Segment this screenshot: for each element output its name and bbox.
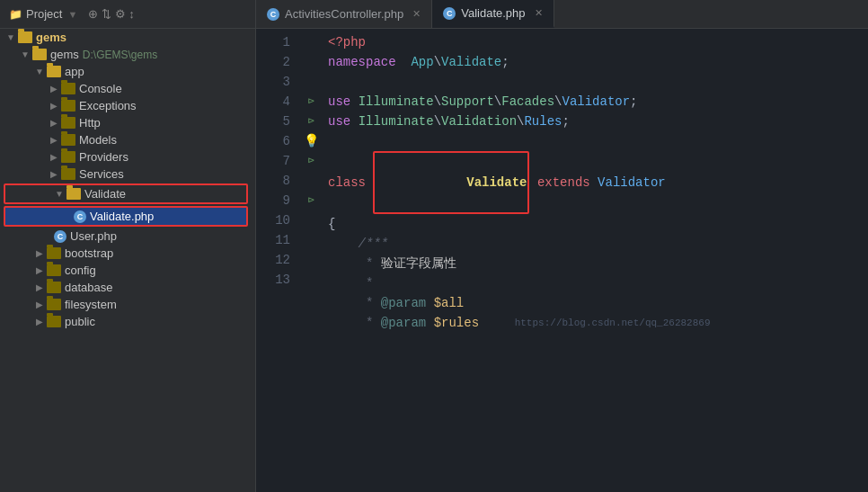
sidebar-item-app[interactable]: ▼ app [0,63,255,80]
tab-label-validate: Validate.php [461,6,525,20]
code-line-13: * @param $rules https://blog.csdn.net/qq… [328,313,868,333]
at-param-13: @param [381,313,426,333]
sidebar-label-console: Console [79,82,122,95]
tab-activities[interactable]: C ActivitiesController.php ✕ [256,0,432,28]
sidebar-label-app: app [65,65,84,78]
tab-label-activities: ActivitiesController.php [285,7,403,21]
editor-content: 1 2 3 4 5 6 7 8 9 10 11 12 13 ⊳ ⊳ [256,29,868,492]
sidebar-item-gems-dir[interactable]: ▼ gems D:\GEMS\gems [0,46,255,63]
folder-icon-config [47,264,61,276]
sidebar-path-gems: D:\GEMS\gems [83,49,157,61]
sidebar-item-console[interactable]: ▶ Console [0,80,255,97]
sidebar-label-bootstrap: bootstrap [65,246,113,260]
sidebar-item-services[interactable]: ▶ Services [0,165,255,183]
kw-namespace: namespace [328,52,396,72]
folder-icon-app [47,66,61,77]
sidebar-item-validate-file[interactable]: C Validate.php [4,206,248,227]
folder-icon-models [61,134,75,146]
sidebar-label-providers: Providers [79,150,128,164]
sidebar-item-config[interactable]: ▶ config [0,262,255,279]
ns-illuminate-validation: Illuminate [359,112,434,131]
sidebar-item-providers[interactable]: ▶ Providers [0,148,255,165]
comment-star-11: * [328,273,373,293]
at-param-12: @param [381,293,426,313]
param-all: $all [434,293,465,313]
project-label[interactable]: Project [26,7,62,21]
comment-star-12: * [328,293,381,313]
open-brace: { [328,214,335,234]
sidebar-item-validate-file-wrapper: C Validate.php [0,205,255,228]
sidebar-label-config: config [65,264,96,277]
toolbar-icons: ⊕ ⇅ ⚙ ↕ [88,7,134,21]
kw-use-1: use [328,92,350,112]
folder-icon-database [47,282,61,293]
php-open-tag: <?php [328,32,366,52]
sidebar-item-user-php[interactable]: C User.php [0,228,255,245]
class-validator: Validator [562,92,630,112]
folder-icon-services [61,168,75,180]
folder-icon-filesystem [47,299,61,310]
code-editor[interactable]: <?php namespace App \ Validate ; use [321,29,868,492]
sidebar-item-public[interactable]: ▶ public [0,313,255,330]
folder-icon-providers [61,151,75,163]
comment-open: /*** [328,234,388,254]
gutter: ⊳ ⊳ 💡 ⊳ ⊳ [301,29,321,492]
bulb-icon: 💡 [304,131,319,151]
code-line-12: * @param $all [328,293,868,313]
sidebar-item-validate-dir[interactable]: ▼ Validate [4,183,248,204]
sidebar-item-filesystem[interactable]: ▶ filesystem [0,296,255,313]
sidebar-panel: ▼ gems ▼ gems D:\GEMS\gems ▼ app ▶ Conso… [0,29,256,492]
tab-icon-activities: C [267,8,279,21]
file-icon-validate-php: C [74,210,86,223]
code-line-5: use Illuminate \ Validation \ Rules ; [328,112,868,131]
folder-icon-public [47,316,61,327]
tab-close-validate[interactable]: ✕ [535,7,543,19]
folder-icon-small: 📁 [9,8,22,21]
sidebar-label-models: Models [79,133,117,147]
kw-class: class [328,173,366,192]
kw-extends: extends [537,173,590,192]
tab-icon-validate: C [443,7,456,20]
ns-app: App [411,52,433,72]
code-line-10: * 验证字段属性 [328,254,868,273]
sidebar-label-services: Services [79,167,124,181]
tab-validate[interactable]: C Validate.php ✕ [432,0,554,28]
sidebar-item-models[interactable]: ▶ Models [0,131,255,148]
comment-star-10: * [328,254,381,273]
code-line-1: <?php [328,32,868,52]
parent-class-validator: Validator [598,173,666,192]
sidebar-label-filesystem: filesystem [65,298,117,311]
sidebar-label-public: public [65,315,95,328]
sidebar-label-database: database [65,281,113,294]
watermark-inline: https://blog.csdn.net/qq_26282869 [479,313,710,333]
folder-icon-console [61,83,75,94]
sidebar-label-validate-dir: Validate [84,187,126,201]
editor-panel: 1 2 3 4 5 6 7 8 9 10 11 12 13 ⊳ ⊳ [256,29,868,492]
sidebar-item-label-gems: gems [36,31,66,44]
code-line-11: * [328,273,868,293]
sidebar-item-exceptions[interactable]: ▶ Exceptions [0,97,255,114]
code-line-2: namespace App \ Validate ; [328,52,868,72]
folder-icon-gems [18,31,32,43]
sidebar-item-database[interactable]: ▶ database [0,279,255,296]
param-rules: $rules [434,313,479,333]
tab-close-activities[interactable]: ✕ [412,8,421,20]
comment-text-10: 验证字段属性 [381,254,456,273]
sidebar-item-bootstrap[interactable]: ▶ bootstrap [0,245,255,262]
code-line-8: { [328,214,868,234]
sidebar-label-exceptions: Exceptions [79,99,137,112]
comment-star-13: * [328,313,381,333]
kw-use-2: use [328,112,350,131]
folder-icon-validate [66,188,81,200]
sidebar-label-user-php: User.php [70,229,117,243]
ns-validate: Validate [441,52,501,72]
code-line-7: class Validate extends Validator [328,151,868,214]
sidebar-item-gems-root[interactable]: ▼ gems [0,29,255,46]
code-line-9: /*** [328,234,868,254]
sidebar-item-http[interactable]: ▶ Http [0,114,255,131]
code-line-3 [328,72,868,92]
sidebar-item-validate-wrapper: ▼ Validate [0,183,255,205]
main-layout: ▼ gems ▼ gems D:\GEMS\gems ▼ app ▶ Conso… [0,29,868,492]
sidebar-label-validate-php: Validate.php [90,210,154,223]
ns-illuminate-facades: Illuminate [359,92,434,112]
